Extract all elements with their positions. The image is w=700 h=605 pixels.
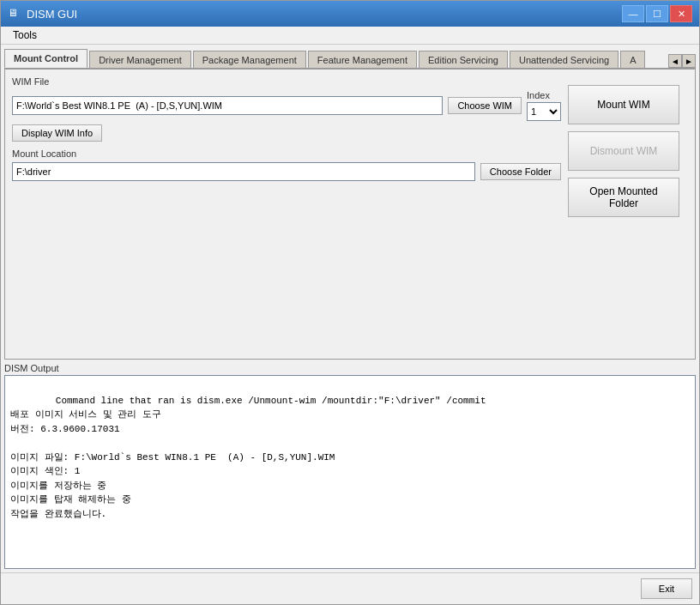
display-info-row: Display WIM Info — [12, 124, 561, 142]
mount-location-label: Mount Location — [12, 148, 561, 159]
wim-file-input[interactable] — [12, 96, 443, 115]
mount-location-row: Choose Folder — [12, 162, 561, 181]
mount-location-group: Mount Location Choose Folder — [12, 148, 561, 181]
choose-folder-button[interactable]: Choose Folder — [480, 163, 561, 180]
main-content: Mount Control Driver Management Package … — [1, 45, 699, 572]
tab-nav-next[interactable]: ► — [682, 54, 696, 68]
output-section: DISM Output Command line that ran is dis… — [4, 363, 696, 569]
tab-nav-prev[interactable]: ◄ — [668, 54, 682, 68]
left-panel: WIM File Choose WIM Index 1 2 3 — [12, 76, 561, 352]
output-area[interactable]: Command line that ran is dism.exe /Unmou… — [4, 375, 696, 569]
tab-unattended-servicing[interactable]: Unattended Servicing — [510, 51, 619, 69]
close-button[interactable]: ✕ — [670, 5, 692, 22]
output-text: Command line that ran is dism.exe /Unmou… — [10, 396, 486, 519]
index-area: Index 1 2 3 — [527, 90, 561, 121]
tab-edition-servicing[interactable]: Edition Servicing — [419, 51, 508, 69]
wim-top-row: Choose WIM Index 1 2 3 — [12, 90, 561, 121]
mount-path-input[interactable] — [12, 162, 475, 181]
wim-file-group: WIM File Choose WIM Index 1 2 3 — [12, 76, 561, 142]
open-mounted-folder-button[interactable]: Open Mounted Folder — [568, 178, 679, 217]
menu-bar: Tools — [1, 27, 699, 45]
title-bar: 🖥 DISM GUI — ☐ ✕ — [1, 1, 699, 27]
exit-button[interactable]: Exit — [641, 578, 692, 599]
minimize-button[interactable]: — — [622, 5, 644, 22]
tab-driver-management[interactable]: Driver Management — [89, 51, 191, 69]
output-label: DISM Output — [4, 363, 696, 373]
tab-feature-management[interactable]: Feature Management — [308, 51, 417, 69]
bottom-bar: Exit — [1, 572, 699, 604]
app-icon: 🖥 — [8, 7, 21, 21]
tab-a[interactable]: A — [620, 51, 645, 69]
tab-package-management[interactable]: Package Management — [193, 51, 306, 69]
dismount-wim-button[interactable]: Dismount WIM — [568, 131, 679, 171]
title-buttons: — ☐ ✕ — [622, 5, 692, 22]
menu-tools[interactable]: Tools — [8, 27, 42, 43]
index-label: Index — [527, 90, 550, 100]
tab-mount-control[interactable]: Mount Control — [4, 49, 88, 69]
tab-bar: Mount Control Driver Management Package … — [4, 48, 696, 70]
main-window: 🖥 DISM GUI — ☐ ✕ Tools Mount Control Dri… — [0, 0, 700, 605]
index-select[interactable]: 1 2 3 — [527, 102, 561, 121]
title-bar-left: 🖥 DISM GUI — [8, 7, 77, 21]
maximize-button[interactable]: ☐ — [646, 5, 668, 22]
mount-wim-button[interactable]: Mount WIM — [568, 85, 679, 124]
mount-control-panel: WIM File Choose WIM Index 1 2 3 — [4, 70, 696, 360]
display-wim-info-button[interactable]: Display WIM Info — [12, 124, 102, 142]
choose-wim-button[interactable]: Choose WIM — [448, 97, 522, 114]
tab-nav: ◄ ► — [668, 54, 696, 68]
window-title: DISM GUI — [27, 8, 77, 21]
right-panel: Mount WIM Dismount WIM Open Mounted Fold… — [568, 76, 688, 352]
wim-file-label: WIM File — [12, 76, 561, 87]
